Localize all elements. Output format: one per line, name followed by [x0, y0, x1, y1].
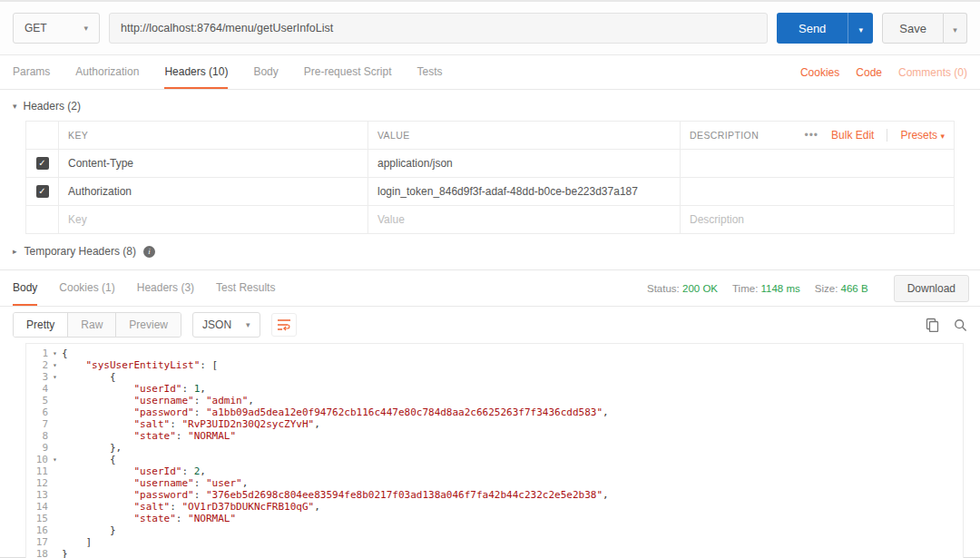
code-line: 8 "state": "NORMAL" [26, 430, 963, 442]
line-number: 2 [26, 359, 48, 371]
expand-caret-icon[interactable]: ▸ [13, 247, 17, 256]
header-row-new: KeyValueDescription [26, 206, 955, 234]
view-tab[interactable]: Raw [68, 313, 116, 337]
request-tab[interactable]: Body [253, 55, 278, 89]
headers-table-body: ✓Content-Typeapplication/json✓Authorizat… [26, 150, 955, 234]
header-key-cell[interactable]: Authorization [59, 178, 368, 206]
response-tab[interactable]: Cookies (1) [59, 270, 114, 306]
more-options-icon[interactable]: ••• [804, 129, 818, 142]
key-column-header: KEY [59, 122, 368, 150]
fold-caret-icon[interactable]: ▾ [48, 454, 62, 465]
checkbox-column-header [26, 122, 59, 150]
url-input[interactable] [109, 13, 768, 44]
response-body-editor[interactable]: 1▾{2▾ "sysUserEntityList": [3▾ {4 "userI… [25, 343, 964, 558]
request-url-bar: GET ▾ Send ▾ Save ▾ [0, 2, 980, 55]
response-bar: BodyCookies (1)Headers (3)Test Results S… [0, 269, 980, 307]
view-tab[interactable]: Preview [116, 313, 181, 337]
headers-table-header-row: KEY VALUE DESCRIPTION ••• Bulk Edit Pres… [26, 122, 955, 150]
line-number: 14 [26, 501, 48, 513]
header-checkbox[interactable]: ✓ [36, 157, 49, 170]
code-line: 10▾ { [26, 454, 963, 465]
code-text: } [62, 524, 116, 536]
response-meta: Status: 200 OKTime: 1148 msSize: 466 B [647, 270, 868, 306]
request-tab[interactable]: Pre-request Script [304, 55, 392, 89]
header-key-input[interactable]: Key [59, 206, 368, 234]
presets-dropdown[interactable]: Presets ▾ [900, 129, 945, 142]
header-description-input[interactable]: Description [681, 206, 955, 234]
view-tab[interactable]: Pretty [14, 313, 68, 337]
header-description-cell[interactable] [681, 150, 955, 178]
method-select[interactable]: GET ▾ [13, 13, 100, 44]
cookies-link[interactable]: Cookies [800, 66, 839, 79]
meta-label: Size: [815, 283, 841, 294]
header-value-input[interactable]: Value [368, 206, 681, 234]
info-icon[interactable]: i [143, 246, 155, 258]
fold-spacer [48, 383, 62, 395]
fold-spacer [48, 489, 62, 501]
format-select[interactable]: JSON ▾ [192, 312, 260, 338]
fold-caret-icon[interactable]: ▾ [48, 371, 62, 383]
request-tab[interactable]: Tests [416, 55, 442, 89]
send-options-button[interactable]: ▾ [848, 13, 873, 44]
meta-value: 1148 ms [761, 283, 800, 294]
line-number: 15 [26, 513, 48, 524]
chevron-down-icon: ▾ [940, 132, 945, 141]
header-key-cell[interactable]: Content-Type [59, 150, 368, 178]
fold-caret-icon[interactable]: ▾ [48, 348, 62, 359]
copy-icon[interactable] [926, 318, 939, 332]
fold-spacer [48, 465, 62, 477]
bulk-edit-link[interactable]: Bulk Edit [831, 129, 874, 142]
search-icon[interactable] [954, 318, 967, 332]
collapse-caret-icon[interactable]: ▾ [13, 102, 17, 111]
method-label: GET [24, 22, 47, 34]
save-options-button[interactable]: ▾ [944, 13, 967, 44]
fold-spacer [48, 513, 62, 524]
code-line: 14 "salt": "OV1rD37bDUKNcFRB10qG", [26, 501, 963, 513]
headers-title-label: Headers (2) [24, 100, 81, 113]
postman-window: GET ▾ Send ▾ Save ▾ ParamsAuthorizationH… [0, 0, 980, 558]
wrap-text-icon[interactable] [271, 313, 297, 337]
code-text: "username": "user", [62, 477, 248, 489]
response-tab[interactable]: Test Results [216, 270, 275, 306]
header-description-cell[interactable] [681, 178, 955, 206]
comments-link[interactable]: Comments (0) [898, 66, 967, 79]
line-number: 1 [26, 348, 48, 359]
code-text: "userId": 2, [62, 465, 206, 477]
description-column-label: DESCRIPTION [690, 130, 759, 141]
response-tab[interactable]: Body [13, 270, 37, 306]
line-number: 5 [26, 395, 48, 406]
code-link[interactable]: Code [856, 66, 882, 79]
temporary-headers-label: Temporary Headers (8) [24, 245, 136, 258]
response-tab[interactable]: Headers (3) [137, 270, 194, 306]
code-text: "state": "NORMAL" [62, 513, 236, 524]
request-tab[interactable]: Headers (10) [164, 55, 228, 89]
fold-spacer [48, 548, 62, 558]
headers-table: KEY VALUE DESCRIPTION ••• Bulk Edit Pres… [25, 121, 955, 234]
send-button-group: Send ▾ [777, 13, 873, 44]
request-tab[interactable]: Authorization [75, 55, 139, 89]
code-line: 15 "state": "NORMAL" [26, 513, 963, 524]
format-label: JSON [202, 318, 231, 331]
code-line: 3▾ { [26, 371, 963, 383]
header-row: ✓Content-Typeapplication/json [26, 150, 955, 178]
code-text: { [62, 371, 116, 383]
code-text: ] [62, 536, 92, 548]
save-button[interactable]: Save [882, 13, 944, 44]
code-line: 6 "password": "a1bb09ad5dea12e0f94762cb1… [26, 406, 963, 418]
chevron-down-icon: ▾ [83, 24, 88, 33]
fold-spacer [48, 418, 62, 430]
header-checkbox[interactable]: ✓ [36, 185, 49, 198]
header-value-cell[interactable]: login_token_846d9f3f-adaf-48dd-b0ce-be22… [368, 178, 681, 206]
header-value-cell[interactable]: application/json [368, 150, 681, 178]
request-tab[interactable]: Params [13, 55, 50, 89]
code-text: { [62, 454, 116, 465]
fold-spacer [48, 536, 62, 548]
meta-value: 466 B [841, 283, 868, 294]
fold-caret-icon[interactable]: ▾ [48, 359, 62, 371]
send-button[interactable]: Send [777, 13, 848, 44]
fold-spacer [48, 430, 62, 442]
code-text: "password": "a1bb09ad5dea12e0f94762cb116… [62, 406, 609, 418]
response-tabs: BodyCookies (1)Headers (3)Test Results [13, 270, 275, 306]
response-meta-item: Time: 1148 ms [732, 283, 800, 294]
download-button[interactable]: Download [894, 275, 969, 302]
